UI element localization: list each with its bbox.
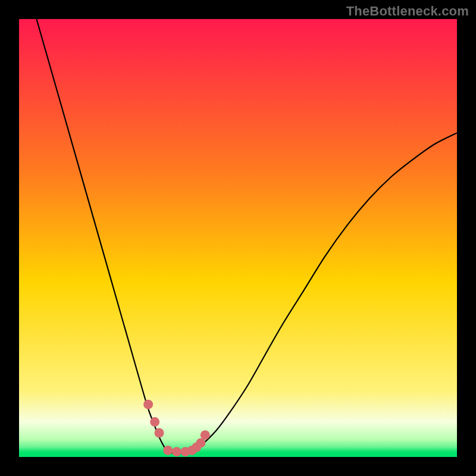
highlight-marker: [201, 430, 210, 440]
highlight-markers: [143, 400, 210, 456]
highlight-marker: [143, 400, 153, 409]
watermark-text: TheBottleneck.com: [346, 4, 469, 19]
highlight-marker: [163, 446, 173, 455]
highlight-marker: [150, 417, 159, 427]
highlight-marker: [155, 428, 164, 438]
plot-area: [19, 19, 457, 457]
bottleneck-curve: [36, 19, 457, 453]
chart-root: TheBottleneck.com: [0, 0, 476, 476]
highlight-marker: [172, 447, 181, 456]
curve-layer: [19, 19, 457, 457]
